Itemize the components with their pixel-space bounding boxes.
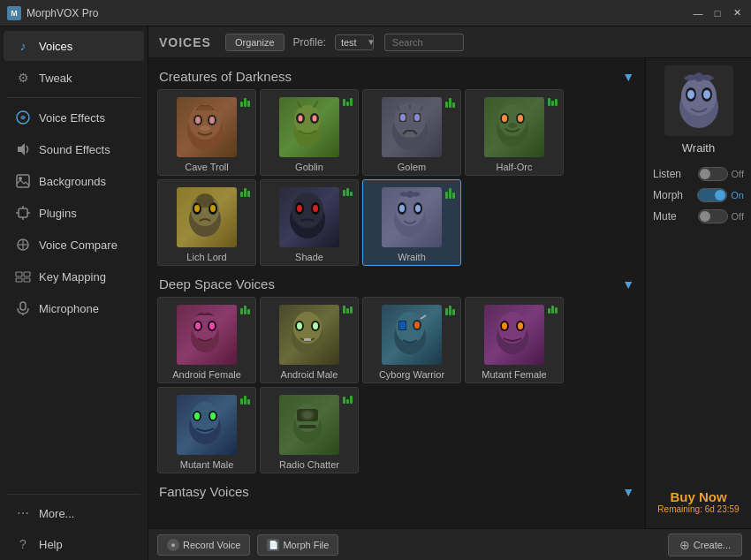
voice-card-lich-lord[interactable]: Lich Lord	[157, 179, 256, 266]
wraith-avatar	[382, 187, 442, 247]
mute-label: Mute	[653, 210, 677, 223]
sidebar-label-tweak: Tweak	[39, 72, 72, 85]
sidebar-label-microphone: Microphone	[39, 302, 99, 315]
sidebar-item-more[interactable]: ⋯ More...	[4, 498, 144, 528]
morph-toggle[interactable]	[697, 188, 727, 202]
tweak-icon: ⚙	[14, 69, 32, 87]
svg-point-19	[200, 125, 210, 131]
svg-point-69	[313, 322, 318, 329]
microphone-icon	[14, 299, 32, 317]
morph-state: On	[731, 190, 744, 201]
voice-card-wraith[interactable]: Wraith	[362, 179, 461, 266]
sidebar-item-voice-compare[interactable]: Voice Compare	[4, 230, 144, 260]
morph-file-button[interactable]: 📄 Morph File	[257, 534, 338, 556]
sidebar-label-key-mapping: Key Mapping	[39, 270, 106, 284]
sidebar-item-voice-effects[interactable]: Voice Effects	[4, 102, 144, 132]
mutant-female-name: Mutant Female	[466, 367, 563, 382]
voice-grid-creatures: Cave Troll	[157, 89, 636, 266]
voice-card-half-orc[interactable]: Half-Orc	[465, 89, 564, 176]
svg-point-36	[502, 115, 507, 122]
window-controls: — □ ✕	[691, 6, 744, 20]
voice-card-mutant-female[interactable]: Mutant Female	[465, 297, 564, 383]
lichlord-bars	[240, 188, 250, 197]
sidebar-label-more: More...	[39, 507, 74, 520]
svg-rect-75	[399, 322, 406, 329]
svg-point-82	[502, 322, 507, 329]
svg-point-101	[703, 90, 710, 99]
more-icon: ⋯	[14, 504, 32, 522]
svg-point-76	[414, 322, 420, 329]
buy-now-label[interactable]: Buy Now	[657, 489, 739, 504]
plugins-icon	[14, 204, 32, 222]
svg-rect-8	[16, 278, 22, 282]
topbar: VOICES Organize Profile: test ▼	[148, 26, 751, 58]
listen-toggle[interactable]	[698, 167, 728, 181]
voice-card-cave-troll[interactable]: Cave Troll	[157, 89, 256, 176]
sidebar-item-tweak[interactable]: ⚙ Tweak	[4, 63, 144, 93]
svg-rect-10	[24, 278, 30, 282]
section-collapse-fantasy[interactable]: ▼	[622, 485, 634, 499]
sidebar-label-sound-effects: Sound Effects	[39, 143, 110, 156]
voices-panel[interactable]: Creatures of Darkness ▼	[148, 58, 645, 528]
voice-card-android-male[interactable]: Android Male	[260, 297, 359, 383]
svg-point-31	[414, 114, 420, 121]
section-collapse-creatures[interactable]: ▼	[622, 70, 634, 84]
lichlord-name: Lich Lord	[158, 250, 255, 265]
svg-line-77	[421, 315, 426, 319]
radio-chatter-bars	[343, 396, 353, 404]
android-male-avatar	[279, 305, 339, 365]
voice-card-radio-chatter[interactable]: Radio Chatter	[260, 387, 359, 473]
halforc-avatar	[484, 97, 544, 157]
section-collapse-deep-space[interactable]: ▼	[622, 277, 634, 291]
svg-point-89	[210, 412, 216, 420]
profile-label: Profile:	[293, 36, 326, 49]
voice-card-mutant-male[interactable]: Mutant Male	[157, 387, 256, 473]
svg-rect-9	[24, 272, 30, 276]
svg-point-38	[508, 123, 517, 128]
sidebar-item-help[interactable]: ? Help	[4, 529, 144, 559]
profile-select[interactable]: test	[335, 34, 374, 50]
sidebar-item-microphone[interactable]: Microphone	[4, 293, 144, 323]
search-input[interactable]	[384, 34, 464, 51]
sidebar-item-voices[interactable]: ♪ Voices	[4, 31, 144, 61]
voice-card-shade[interactable]: Shade	[260, 179, 359, 266]
morph-file-icon: 📄	[267, 539, 279, 551]
sidebar-label-voice-compare: Voice Compare	[39, 238, 118, 252]
record-voice-button[interactable]: ● Record Voice	[157, 534, 250, 556]
cyborg-warrior-avatar	[382, 305, 442, 365]
morph-control: Morph On	[651, 185, 746, 206]
remaining-label: Remaining: 6d 23:59	[657, 504, 739, 514]
maximize-button[interactable]: □	[710, 6, 724, 20]
organize-button[interactable]: Organize	[225, 34, 284, 51]
sidebar-item-plugins[interactable]: Plugins	[4, 198, 144, 228]
mute-toggle[interactable]	[698, 209, 728, 223]
sidebar-item-sound-effects[interactable]: Sound Effects	[4, 134, 144, 164]
create-button[interactable]: ⊕ Create...	[668, 534, 742, 556]
sidebar-item-backgrounds[interactable]: Backgrounds	[4, 166, 144, 196]
right-panel: Wraith Listen Off Morph	[645, 58, 751, 528]
svg-rect-1	[17, 175, 29, 187]
shade-bars	[343, 188, 353, 196]
section-title-fantasy: Fantasy Voices	[159, 484, 249, 499]
sidebar-bottom: ⋯ More... ? Help	[0, 490, 148, 560]
wraith-name: Wraith	[363, 250, 460, 265]
mutant-male-name: Mutant Male	[158, 458, 255, 473]
content-wrapper: Creatures of Darkness ▼	[148, 58, 751, 528]
sound-effects-icon	[14, 140, 32, 158]
minimize-button[interactable]: —	[691, 6, 705, 20]
voice-card-android-female[interactable]: Android Female	[157, 297, 256, 383]
voice-effects-icon	[14, 109, 32, 126]
voice-card-golem[interactable]: Golem	[362, 89, 461, 176]
sidebar-item-key-mapping[interactable]: Key Mapping	[4, 261, 144, 291]
svg-point-63	[209, 322, 215, 329]
close-button[interactable]: ✕	[730, 6, 744, 20]
voice-grid-deep-space: Android Female	[157, 297, 636, 473]
svg-point-43	[194, 205, 200, 212]
voice-card-cyborg-warrior[interactable]: Cyborg Warrior	[362, 297, 461, 383]
svg-point-24	[299, 116, 303, 122]
mutant-female-avatar	[484, 305, 544, 365]
preview-avatar	[664, 65, 733, 136]
titlebar: M MorphVOX Pro — □ ✕	[0, 0, 751, 26]
voice-card-goblin[interactable]: Goblin	[260, 89, 359, 176]
preview-name: Wraith	[682, 141, 715, 155]
